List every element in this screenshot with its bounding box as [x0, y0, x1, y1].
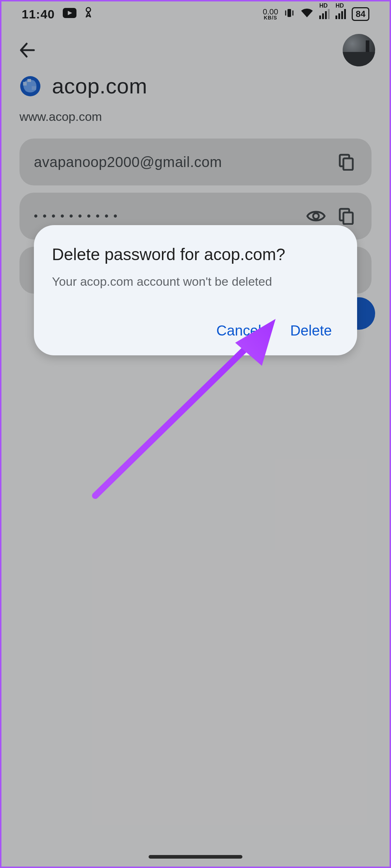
cancel-button[interactable]: Cancel [216, 323, 262, 339]
delete-button[interactable]: Delete [290, 323, 332, 339]
delete-password-dialog: Delete password for acop.com? Your acop.… [34, 225, 357, 355]
dialog-body: Your acop.com account won't be deleted [52, 273, 339, 290]
dialog-scrim[interactable] [1, 1, 390, 867]
screen: 11:40 0.00 KB/S [1, 1, 390, 867]
dialog-actions: Cancel Delete [52, 323, 339, 343]
dialog-title: Delete password for acop.com? [52, 245, 339, 264]
navigation-pill[interactable] [149, 855, 242, 859]
device-frame: 11:40 0.00 KB/S [0, 0, 391, 868]
